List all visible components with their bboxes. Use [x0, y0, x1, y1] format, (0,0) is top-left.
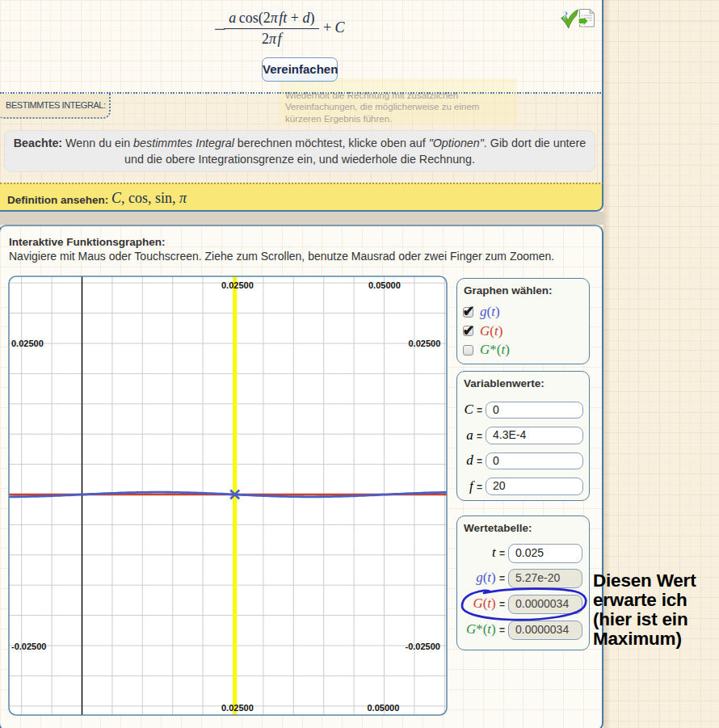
- svg-text:0.05000: 0.05000: [368, 280, 401, 290]
- svg-text:?: ?: [562, 10, 568, 22]
- svg-text:0.02500: 0.02500: [221, 703, 254, 713]
- svg-text:0.05000: 0.05000: [368, 703, 400, 713]
- svg-text:0.02500: 0.02500: [409, 339, 441, 348]
- svg-text:0.02500: 0.02500: [221, 280, 254, 290]
- svg-text:-0.02500: -0.02500: [406, 642, 440, 651]
- svg-text:-0.02500: -0.02500: [11, 642, 46, 651]
- svg-text:0.02500: 0.02500: [11, 339, 44, 348]
